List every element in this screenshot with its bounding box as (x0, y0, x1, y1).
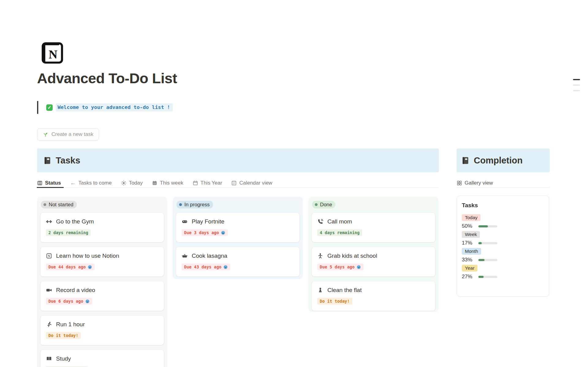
welcome-callout[interactable]: ✓ Welcome to your advanced to-do list ! (37, 101, 173, 114)
status-dot-blue (179, 203, 182, 206)
column-done: Done Call mom 4 days remaining (308, 197, 439, 312)
task-title: Go to the Gym (56, 218, 94, 225)
due-badge: Do it today! (317, 298, 352, 305)
tab-this-year[interactable]: This Year (193, 178, 222, 188)
status-dot-gray (43, 203, 46, 206)
calendar-week-icon (152, 180, 157, 186)
percent-week: 17% (462, 240, 475, 246)
runner-icon (46, 321, 52, 328)
task-card-study[interactable]: Study 1 day remaining (40, 350, 164, 367)
task-card-grab-kids[interactable]: Grab kids at school Due 5 days ago (311, 247, 435, 277)
completion-gallery-card[interactable]: Tasks Today 50% Week 17% Month 33% Year (457, 196, 549, 297)
welcome-text[interactable]: Welcome to your advanced to-do list ! (56, 103, 173, 111)
cold-face-icon (88, 265, 92, 269)
task-title: Grab kids at school (327, 253, 377, 259)
video-camera-icon (46, 287, 52, 293)
tasks-section-header: Tasks (37, 148, 439, 172)
completion-view-tabs: Gallery view (457, 178, 550, 188)
calendar-year-icon (193, 180, 198, 186)
tab-status-label: Status (45, 180, 61, 186)
due-badge: Due 5 days ago (317, 264, 364, 270)
svg-text:N: N (49, 47, 58, 61)
calendar-view-icon (231, 180, 237, 186)
chip-year: Year (462, 265, 477, 272)
tab-this-year-label: This Year (201, 180, 222, 186)
tab-tasks-to-come[interactable]: ← Tasks to come (70, 178, 112, 188)
tab-calendar-view-label: Calendar view (239, 180, 272, 186)
tab-calendar-view[interactable]: Calendar view (231, 178, 272, 188)
progress-row-today: Today 50% (462, 212, 544, 229)
completion-card-title: Tasks (462, 202, 544, 209)
child-icon (317, 253, 323, 259)
cold-face-icon (85, 299, 90, 304)
percent-month: 33% (462, 257, 475, 263)
tasks-view-tabs: Status ← Tasks to come Today (37, 178, 439, 188)
arrow-left-icon: ← (70, 180, 76, 186)
task-card-learn-notion[interactable]: N Learn how to use Notion Due 44 days ag… (40, 247, 164, 277)
game-controller-icon (182, 219, 188, 225)
percent-today: 50% (462, 223, 475, 229)
due-badge: 4 days remaining (317, 229, 362, 236)
gallery-grid-icon (457, 180, 462, 186)
tab-today[interactable]: Today (121, 178, 143, 188)
column-not-started: Not started Go to the Gym 2 days remaini… (37, 197, 167, 367)
page-title[interactable]: Advanced To-Do List (37, 70, 177, 87)
percent-year: 27% (462, 274, 475, 280)
tab-this-week[interactable]: This week (152, 178, 183, 188)
column-in-progress-label: In progress (184, 202, 210, 208)
due-badge: Due 43 days ago (182, 264, 230, 270)
table-of-contents-icon[interactable] (573, 79, 580, 95)
due-badge: Do it today! (46, 332, 81, 339)
task-title: Learn how to use Notion (56, 253, 119, 259)
task-card-go-to-the-gym[interactable]: Go to the Gym 2 days remaining (40, 212, 164, 242)
task-card-call-mom[interactable]: Call mom 4 days remaining (311, 212, 435, 242)
dumbbell-icon (46, 219, 52, 225)
tab-today-label: Today (129, 180, 143, 186)
progress-bar-month (478, 259, 497, 261)
status-dot-green (315, 203, 318, 206)
progress-row-month: Month 33% (462, 246, 544, 263)
progress-bar-today (478, 225, 497, 227)
tab-gallery-view-label: Gallery view (465, 180, 493, 186)
quote-bar (37, 101, 38, 114)
column-done-label: Done (320, 202, 332, 208)
task-card-run-1-hour[interactable]: Run 1 hour Do it today! (40, 315, 164, 345)
svg-text:N: N (48, 255, 50, 258)
due-badge: Due 44 days ago (46, 264, 95, 270)
notion-logo-icon[interactable]: N (40, 40, 65, 66)
notebook-icon (461, 156, 469, 165)
notebook-icon (43, 156, 51, 165)
task-title: Study (56, 355, 71, 362)
tab-status[interactable]: Status (37, 178, 61, 188)
completion-section-title: Completion (474, 155, 523, 166)
column-in-progress: In progress Play Fortnite Due 3 days ago (173, 197, 303, 279)
task-card-play-fortnite[interactable]: Play Fortnite Due 3 days ago (176, 212, 300, 242)
board-icon (37, 180, 43, 186)
due-badge: Due 3 days ago (182, 229, 228, 236)
column-header-in-progress[interactable]: In progress (176, 201, 213, 208)
column-header-done[interactable]: Done (312, 201, 335, 208)
cooking-pot-icon (182, 253, 188, 259)
white-check-mark-icon: ✓ (46, 104, 53, 111)
create-new-task-button[interactable]: Create a new task (37, 128, 99, 140)
task-card-record-video[interactable]: Record a video Due 6 days ago (40, 281, 164, 311)
create-new-task-label: Create a new task (51, 131, 93, 137)
column-header-not-started[interactable]: Not started (41, 201, 77, 208)
progress-bar-week (478, 242, 497, 244)
chip-today: Today (462, 214, 481, 221)
progress-bar-year (478, 276, 497, 278)
progress-row-week: Week 17% (462, 229, 544, 246)
task-card-cook-lasagna[interactable]: Cook lasagna Due 43 days ago (176, 247, 300, 277)
task-title: Cook lasagna (192, 253, 227, 259)
task-title: Play Fortnite (192, 218, 224, 225)
cold-face-icon (356, 265, 361, 269)
chip-week: Week (462, 231, 480, 238)
cold-face-icon (223, 265, 228, 269)
notion-logo-small-icon: N (46, 253, 52, 259)
task-card-clean-the-flat[interactable]: Clean the flat Do it today! (311, 281, 435, 311)
due-badge: Due 6 days ago (46, 298, 92, 305)
tab-gallery-view[interactable]: Gallery view (457, 178, 493, 188)
tasks-section-title: Tasks (56, 155, 80, 166)
due-badge: 2 days remaining (46, 229, 91, 236)
cold-face-icon (221, 230, 225, 235)
